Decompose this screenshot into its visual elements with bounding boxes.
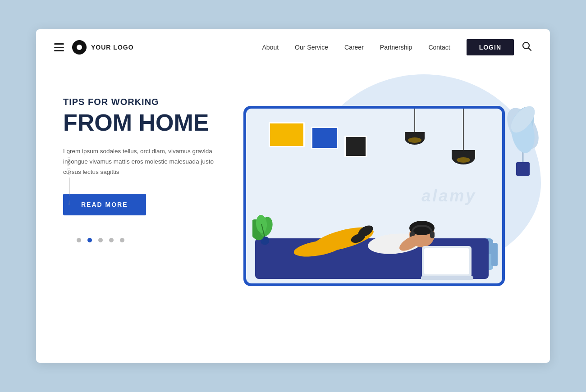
svg-rect-24 <box>424 248 469 274</box>
navbar: YOUR LOGO About Our Service Career Partn… <box>36 29 550 65</box>
scroll-line <box>69 178 69 196</box>
nav-link-contact[interactable]: Contact <box>428 44 450 51</box>
plant-outside <box>500 88 545 180</box>
logo-area: YOUR LOGO <box>72 40 134 55</box>
scroll-indicator: SCROLL ↓ <box>67 150 71 206</box>
illustration-area: alamy <box>234 79 532 331</box>
scroll-text: SCROLL <box>67 150 71 175</box>
svg-rect-21 <box>430 231 435 238</box>
carousel-dots <box>63 238 234 242</box>
nav-links: About Our Service Career Partnership Con… <box>262 44 450 51</box>
dot-3[interactable] <box>98 238 103 242</box>
person-illustration <box>246 109 502 283</box>
nav-link-our-service[interactable]: Our Service <box>295 44 328 51</box>
hamburger-menu[interactable] <box>54 43 64 51</box>
hero-subtitle: Tips For Working <box>63 97 234 107</box>
read-more-button[interactable]: READ MORE <box>63 194 146 215</box>
login-button[interactable]: LOGIN <box>467 39 514 55</box>
nav-link-partnership[interactable]: Partnership <box>380 44 412 51</box>
dot-2[interactable] <box>87 238 92 242</box>
hero-title: FROM HOME <box>63 110 234 136</box>
search-icon <box>522 41 532 51</box>
logo-text: YOUR LOGO <box>91 44 134 51</box>
svg-rect-25 <box>421 276 473 280</box>
main-content: SCROLL ↓ Tips For Working FROM HOME Lore… <box>36 65 550 349</box>
dot-4[interactable] <box>109 238 114 242</box>
logo-icon <box>72 40 87 55</box>
scroll-arrow-icon: ↓ <box>67 198 71 206</box>
nav-link-career[interactable]: Career <box>344 44 364 51</box>
left-side: SCROLL ↓ Tips For Working FROM HOME Lore… <box>63 79 234 242</box>
svg-line-1 <box>529 48 531 50</box>
laptop-screen: alamy <box>246 109 502 283</box>
hero-description: Lorem ipsum sodales tellus, orci diam, v… <box>63 146 216 178</box>
laptop-frame: alamy <box>243 106 505 286</box>
dot-5[interactable] <box>120 238 124 242</box>
nav-link-about[interactable]: About <box>262 44 279 51</box>
page-wrapper: YOUR LOGO About Our Service Career Partn… <box>36 29 550 363</box>
logo-circle-inner <box>77 45 82 50</box>
dot-1[interactable] <box>77 238 81 242</box>
search-button[interactable] <box>522 41 532 54</box>
svg-rect-2 <box>516 162 530 176</box>
